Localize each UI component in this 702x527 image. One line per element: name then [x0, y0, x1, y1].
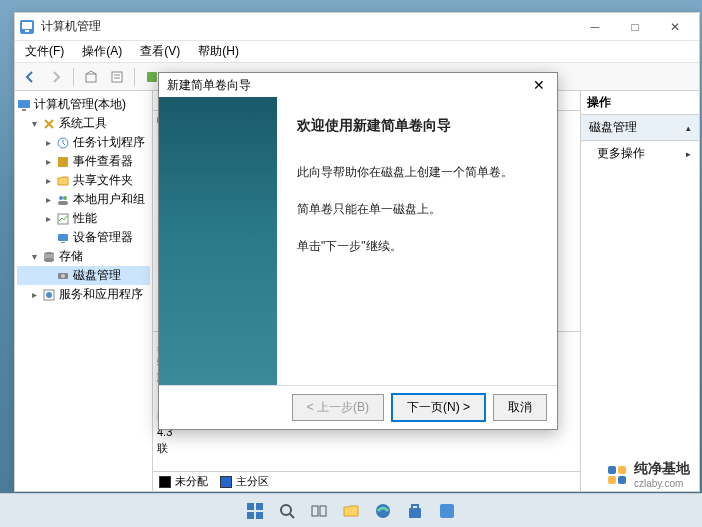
tree-performance[interactable]: ▸ 性能	[17, 209, 150, 228]
swatch-black	[159, 476, 171, 488]
svg-rect-31	[247, 503, 254, 510]
actions-more[interactable]: 更多操作 ▸	[581, 141, 699, 166]
svg-rect-34	[256, 512, 263, 519]
tree-storage-label: 存储	[59, 248, 83, 265]
svg-rect-4	[112, 72, 122, 82]
taskbar	[0, 493, 702, 527]
actions-disk-mgmt[interactable]: 磁盘管理 ▴	[581, 115, 699, 141]
wizard-line2: 简单卷只能在单一磁盘上。	[297, 200, 541, 219]
tree-task-scheduler-label: 任务计划程序	[73, 134, 145, 151]
tree-disk-management[interactable]: 磁盘管理	[17, 266, 150, 285]
tree-device-manager[interactable]: 设备管理器	[17, 228, 150, 247]
tree-system-tools[interactable]: ▾ 系统工具	[17, 114, 150, 133]
computer-icon	[17, 98, 31, 112]
collapse-icon[interactable]: ▾	[29, 118, 39, 129]
wizard-title-text: 新建简单卷向导	[167, 77, 529, 94]
tree-device-manager-label: 设备管理器	[73, 229, 133, 246]
tree-shared-folders-label: 共享文件夹	[73, 172, 133, 189]
expand-icon[interactable]: ▸	[43, 137, 53, 148]
expand-icon[interactable]: ▸	[43, 213, 53, 224]
close-button[interactable]: ✕	[655, 14, 695, 40]
taskbar-taskview-icon[interactable]	[306, 498, 332, 524]
tree-shared-folders[interactable]: ▸ 共享文件夹	[17, 171, 150, 190]
tree-services[interactable]: ▸ 服务和应用程序	[17, 285, 150, 304]
tree-services-label: 服务和应用程序	[59, 286, 143, 303]
tree-local-users-label: 本地用户和组	[73, 191, 145, 208]
taskbar-edge-icon[interactable]	[370, 498, 396, 524]
svg-rect-33	[247, 512, 254, 519]
properties-button[interactable]	[106, 66, 128, 88]
start-button[interactable]	[242, 498, 268, 524]
expand-icon[interactable]: ▸	[43, 175, 53, 186]
svg-rect-2	[25, 30, 29, 32]
expand-icon[interactable]: ▸	[29, 289, 39, 300]
menu-file[interactable]: 文件(F)	[21, 41, 68, 62]
forward-button[interactable]	[45, 66, 67, 88]
watermark-url: czlaby.com	[634, 478, 690, 489]
window-controls: ─ □ ✕	[575, 14, 695, 40]
disk-icon	[56, 269, 70, 283]
svg-rect-41	[440, 504, 454, 518]
users-icon	[56, 193, 70, 207]
svg-rect-3	[86, 74, 96, 82]
menu-view[interactable]: 查看(V)	[136, 41, 184, 62]
tree-local-users[interactable]: ▸ 本地用户和组	[17, 190, 150, 209]
expand-icon[interactable]: ▸	[43, 156, 53, 167]
back-button[interactable]	[19, 66, 41, 88]
svg-rect-27	[608, 466, 616, 474]
toolbar-separator	[134, 68, 135, 86]
svg-point-23	[61, 274, 65, 278]
svg-rect-12	[58, 157, 68, 167]
svg-rect-30	[618, 476, 626, 484]
svg-line-36	[290, 514, 294, 518]
window-title: 计算机管理	[41, 18, 575, 35]
wizard-next-button[interactable]: 下一页(N) >	[392, 394, 485, 421]
wizard-line3: 单击"下一步"继续。	[297, 237, 541, 256]
taskbar-store-icon[interactable]	[402, 498, 428, 524]
taskbar-app-icon[interactable]	[434, 498, 460, 524]
wizard-titlebar: 新建简单卷向导 ✕	[159, 73, 557, 97]
minimize-button[interactable]: ─	[575, 14, 615, 40]
actions-panel: 操作 磁盘管理 ▴ 更多操作 ▸	[581, 91, 699, 491]
wizard-back-button: < 上一步(B)	[292, 394, 384, 421]
svg-rect-9	[18, 100, 30, 108]
wizard-cancel-button[interactable]: 取消	[493, 394, 547, 421]
tree-event-viewer-label: 事件查看器	[73, 153, 133, 170]
svg-rect-29	[608, 476, 616, 484]
svg-point-21	[44, 258, 54, 262]
menu-help[interactable]: 帮助(H)	[194, 41, 243, 62]
menu-action[interactable]: 操作(A)	[78, 41, 126, 62]
taskbar-search-icon[interactable]	[274, 498, 300, 524]
swatch-blue	[220, 476, 232, 488]
up-button[interactable]	[80, 66, 102, 88]
wizard-heading: 欢迎使用新建简单卷向导	[297, 117, 541, 135]
svg-point-35	[281, 505, 291, 515]
tree-event-viewer[interactable]: ▸ 事件查看器	[17, 152, 150, 171]
collapse-icon[interactable]: ▾	[29, 251, 39, 262]
tools-icon	[42, 117, 56, 131]
right-arrow-icon: ▸	[686, 149, 691, 159]
maximize-button[interactable]: □	[615, 14, 655, 40]
clock-icon	[56, 136, 70, 150]
watermark: 纯净基地 czlaby.com	[600, 458, 696, 491]
taskbar-explorer-icon[interactable]	[338, 498, 364, 524]
tree-storage[interactable]: ▾ 存储	[17, 247, 150, 266]
svg-rect-32	[256, 503, 263, 510]
tree-task-scheduler[interactable]: ▸ 任务计划程序	[17, 133, 150, 152]
tree-root[interactable]: 计算机管理(本地)	[17, 95, 150, 114]
wizard-body: 欢迎使用新建简单卷向导 此向导帮助你在磁盘上创建一个简单卷。 简单卷只能在单一磁…	[159, 97, 557, 385]
actions-header: 操作	[581, 91, 699, 115]
tree-system-tools-label: 系统工具	[59, 115, 107, 132]
wizard-close-button[interactable]: ✕	[529, 77, 549, 93]
device-icon	[56, 231, 70, 245]
event-icon	[56, 155, 70, 169]
svg-point-13	[59, 196, 63, 200]
wizard-line1: 此向导帮助你在磁盘上创建一个简单卷。	[297, 163, 541, 182]
svg-rect-37	[312, 506, 318, 516]
tree-root-label: 计算机管理(本地)	[34, 96, 126, 113]
wizard-banner	[159, 97, 277, 385]
titlebar: 计算机管理 ─ □ ✕	[15, 13, 699, 41]
wizard-buttons: < 上一步(B) 下一页(N) > 取消	[159, 385, 557, 429]
expand-icon[interactable]: ▸	[43, 194, 53, 205]
perf-icon	[56, 212, 70, 226]
